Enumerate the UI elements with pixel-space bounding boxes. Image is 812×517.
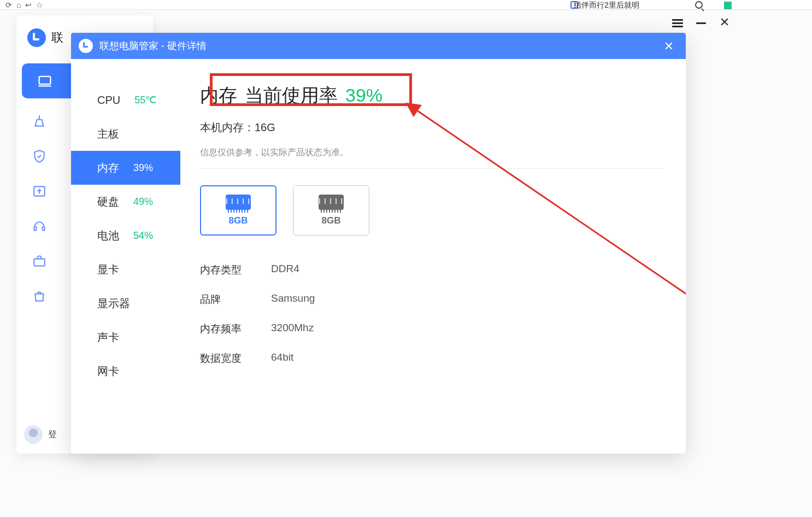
sidebar-item-label: 硬盘	[97, 195, 119, 209]
upload-icon	[26, 178, 52, 204]
memory-spec-table: 内存类型 DDR4 品牌 Samsung 内存频率 3200Mhz 数据宽度 6…	[200, 255, 664, 373]
spec-value: DDR4	[271, 263, 299, 277]
laptop-icon	[32, 68, 58, 94]
memory-heading: 内存 当前使用率 39%	[200, 83, 664, 108]
close-button-parent[interactable]	[719, 16, 730, 30]
sidebar-item-label: 内存	[97, 161, 119, 175]
sidebar-item-value: 55℃	[134, 94, 156, 106]
ram-chip-icon	[319, 195, 344, 210]
parent-window-controls	[672, 16, 730, 30]
sidebar-item-mainboard[interactable]: 主板	[71, 117, 180, 151]
browser-tab-text: 结伴而行2里后就明	[574, 0, 639, 10]
dialog-close-button[interactable]	[660, 37, 678, 55]
heading-part-2: 当前使用率	[245, 83, 338, 108]
heading-part-1: 内存	[200, 83, 237, 108]
dialog-titlebar: 联想电脑管家 - 硬件详情	[71, 33, 686, 59]
heading-percent: 39%	[345, 85, 383, 106]
ram-chip-icon	[226, 195, 251, 210]
broom-icon	[26, 108, 52, 134]
hamburger-icon[interactable]	[672, 17, 683, 29]
spec-key: 内存类型	[200, 263, 271, 277]
parent-app-title: 联	[51, 30, 63, 46]
browser-nav-glyphs: ⟳ ⌂ ↩ ☆	[5, 0, 44, 10]
sidebar-item-label: 电池	[97, 228, 119, 243]
spec-key: 数据宽度	[200, 351, 271, 366]
sidebar-item-cpu[interactable]: CPU 55℃	[71, 83, 180, 117]
sidebar-item-label: 显示器	[97, 296, 130, 311]
briefcase-icon	[26, 248, 52, 274]
spec-value: Samsung	[271, 292, 315, 307]
disclaimer-note: 信息仅供参考，以实际产品状态为准。	[200, 147, 664, 169]
sidebar-item-value: 49%	[133, 196, 153, 208]
spec-row: 内存类型 DDR4	[200, 255, 664, 285]
spec-row: 内存频率 3200Mhz	[200, 314, 664, 344]
hardware-details-dialog: 联想电脑管家 - 硬件详情 CPU 55℃ 主板 内存 39% 硬盘 49%	[71, 33, 686, 454]
minimize-button[interactable]	[696, 22, 706, 24]
sidebar-item-gpu[interactable]: 显卡	[71, 252, 180, 286]
dialog-logo-icon	[79, 39, 93, 53]
spec-value: 64bit	[271, 351, 293, 366]
sidebar-item-label: 主板	[97, 127, 119, 142]
svg-rect-2	[34, 227, 36, 231]
memory-card-cap: 8GB	[322, 215, 341, 226]
lenovo-logo-icon	[27, 28, 46, 47]
svg-rect-3	[42, 227, 44, 231]
memory-card-2[interactable]: 8GB	[293, 185, 369, 236]
spec-key: 品牌	[200, 292, 271, 307]
spec-key: 内存频率	[200, 322, 271, 336]
sidebar-item-label: CPU	[97, 94, 120, 107]
search-icon	[695, 1, 703, 9]
svg-rect-0	[39, 77, 51, 84]
memory-card-1[interactable]: 8GB	[200, 185, 276, 236]
profile-row[interactable]: 登	[24, 425, 57, 444]
sidebar-item-label: 网卡	[97, 364, 119, 379]
sidebar-item-label: 显卡	[97, 262, 119, 277]
bag-icon	[26, 283, 52, 309]
browser-accent-square	[724, 2, 732, 9]
sidebar-item-value: 39%	[133, 162, 153, 174]
sidebar-item-value: 54%	[133, 230, 153, 242]
spec-row: 品牌 Samsung	[200, 285, 664, 314]
profile-label: 登	[48, 429, 57, 440]
browser-top-strip	[0, 0, 812, 10]
dialog-title: 联想电脑管家 - 硬件详情	[99, 39, 653, 52]
dialog-sidebar: CPU 55℃ 主板 内存 39% 硬盘 49% 电池 54% 显卡	[71, 59, 180, 454]
sidebar-item-memory[interactable]: 内存 39%	[71, 151, 180, 185]
headset-icon	[26, 213, 52, 239]
spec-value: 3200Mhz	[271, 322, 314, 336]
dialog-content: 内存 当前使用率 39% 本机内存：16G 信息仅供参考，以实际产品状态为准。 …	[180, 59, 686, 454]
sidebar-item-label: 声卡	[97, 330, 119, 345]
svg-rect-4	[34, 259, 45, 266]
total-memory-line: 本机内存：16G	[200, 120, 664, 135]
sidebar-item-battery[interactable]: 电池 54%	[71, 219, 180, 252]
spec-row: 数据宽度 64bit	[200, 344, 664, 373]
sidebar-item-disk[interactable]: 硬盘 49%	[71, 185, 180, 219]
avatar-icon	[24, 425, 43, 444]
memory-card-cap: 8GB	[229, 215, 248, 226]
memory-stick-cards: 8GB 8GB	[200, 185, 664, 236]
shield-icon	[26, 143, 52, 169]
sidebar-item-display[interactable]: 显示器	[71, 286, 180, 320]
sidebar-item-network[interactable]: 网卡	[71, 354, 180, 388]
sidebar-item-sound[interactable]: 声卡	[71, 320, 180, 354]
